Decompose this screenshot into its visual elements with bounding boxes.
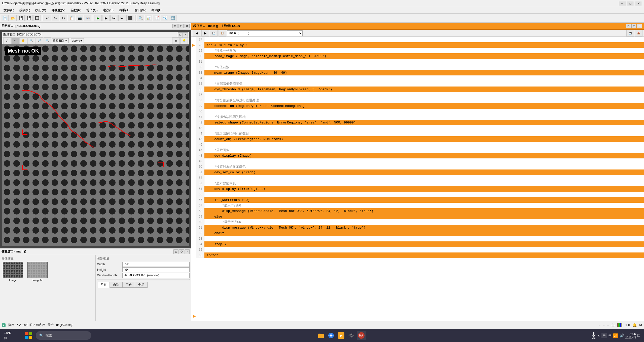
vars-undock[interactable]: ⊡ xyxy=(173,249,178,254)
toolbar-unk1[interactable]: 🔲 xyxy=(33,15,41,21)
window-controls: ─ □ ✕ xyxy=(619,1,642,6)
menu-help[interactable]: 帮助(H) xyxy=(149,8,165,13)
menu-operators[interactable]: 算子(Q) xyxy=(84,8,100,13)
tab-all[interactable]: 所有 xyxy=(97,282,110,288)
toolbar-cut[interactable]: ✂ xyxy=(60,15,67,21)
toolbar-back[interactable]: ⏮ xyxy=(118,15,126,21)
taskbar-ha-app[interactable]: HA xyxy=(357,331,366,340)
toolbar-undo[interactable]: ↩ xyxy=(44,15,51,21)
toolbar-chart3[interactable]: 📉 xyxy=(161,15,168,21)
layers-icon[interactable]: ⊞ xyxy=(172,37,180,44)
tab-user[interactable]: 用户 xyxy=(122,282,135,288)
lang-indicator-1[interactable]: 中 xyxy=(601,333,607,338)
line-arrow-36 xyxy=(191,87,196,92)
toolbar-save2[interactable]: 💾 xyxy=(25,15,33,21)
menu-visualize[interactable]: 可视化(V) xyxy=(49,8,68,13)
close-panel-icon[interactable]: ✕ xyxy=(185,24,190,28)
var-image-1[interactable]: Image xyxy=(2,262,24,282)
var-image-2[interactable]: ImageM xyxy=(26,262,49,282)
code-save-right[interactable]: 💾 xyxy=(626,30,634,36)
toolbar-copy[interactable]: 📋 xyxy=(68,15,75,21)
tray-expand[interactable]: ∧ xyxy=(598,334,600,337)
toolbar-save[interactable]: 💾 xyxy=(17,15,25,21)
taskbar-settings[interactable] xyxy=(347,331,356,340)
line-arrow-33 xyxy=(191,70,196,75)
search-box[interactable]: 🔍 搜索 xyxy=(36,331,91,340)
volume-icon[interactable]: 🔊 xyxy=(620,333,624,337)
ctrl-width-input[interactable] xyxy=(122,262,190,267)
menu-functions[interactable]: 函数(P) xyxy=(68,8,84,13)
inner-close-icon[interactable]: ✕ xyxy=(183,32,188,37)
toolbar-step[interactable]: ⏭ xyxy=(110,15,118,21)
network-icon[interactable]: 📶 xyxy=(613,333,618,338)
tab-auto[interactable]: 自动 xyxy=(110,282,122,288)
light-icon[interactable]: 💡 xyxy=(180,37,188,44)
toolbar-camera[interactable]: 📷 xyxy=(76,15,83,21)
menu-execute[interactable]: 执行(X) xyxy=(33,8,49,13)
code-line-37: 37 xyxy=(191,92,644,98)
zoom-select[interactable]: 100 % ▼ xyxy=(71,38,84,43)
menu-window[interactable]: 窗口(W) xyxy=(132,8,149,13)
tab-global[interactable]: 全局 xyxy=(135,282,148,288)
code-save-btn[interactable]: 💾 xyxy=(210,30,218,36)
code-undock[interactable]: ⊡ xyxy=(626,24,631,28)
undock-icon[interactable]: ⊡ xyxy=(172,24,177,28)
toolbar-chart[interactable]: 📊 xyxy=(145,15,152,21)
mic-button[interactable]: Mic xyxy=(591,332,596,339)
inner-zoomin-icon[interactable]: 🔎 xyxy=(35,37,43,44)
fit-window-btn[interactable]: 适应窗口 ▼ xyxy=(52,38,69,43)
toolbar-new[interactable]: 📄 xyxy=(1,15,9,21)
float-icon[interactable]: ⬡ xyxy=(178,24,184,28)
menu-assistant[interactable]: 助手(A) xyxy=(116,8,132,13)
vars-close[interactable]: ✕ xyxy=(185,249,190,254)
toolbar-glasses[interactable]: 👓 xyxy=(84,15,91,21)
status-main: – xyxy=(603,323,605,327)
inner-pan-icon[interactable]: ✋ xyxy=(19,37,27,44)
maximize-button[interactable]: □ xyxy=(627,1,634,6)
code-unk-btn[interactable]: 📋 xyxy=(219,30,226,36)
file-manager-icon xyxy=(318,332,324,339)
inner-pointer-icon[interactable]: 🖊 xyxy=(3,37,11,44)
inner-window-title: 图形窗口: [H2B4EC6CE070] xyxy=(3,32,178,37)
lang-indicator-2[interactable]: 中 xyxy=(609,333,612,338)
code-close[interactable]: ✕ xyxy=(637,24,642,28)
code-float[interactable]: ⬡ xyxy=(631,24,636,28)
taskbar-store[interactable]: ▶ xyxy=(337,331,346,340)
code-scroll-container[interactable]: 27 ▶ 28 for J := 1 to 14 by 1 29 *读取一张图像 xyxy=(191,37,644,321)
menu-file[interactable]: 文件(F) xyxy=(1,8,17,13)
vars-float[interactable]: ⬡ xyxy=(179,249,184,254)
toolbar-chart2[interactable]: 📈 xyxy=(153,15,160,21)
toolbar-redo[interactable]: ↪ xyxy=(52,15,59,21)
ctrl-whandle-input[interactable] xyxy=(122,273,190,278)
inner-select-icon[interactable]: ↖ xyxy=(11,37,19,44)
svg-rect-11 xyxy=(29,336,32,339)
menu-bar: 文件(F) 编辑(E) 执行(X) 可视化(V) 函数(P) 算子(Q) 建议(… xyxy=(0,7,644,14)
function-dropdown[interactable]: main（：：：） xyxy=(227,30,303,36)
toolbar-run[interactable]: ▶ xyxy=(94,15,102,21)
code-line-49: 49 xyxy=(191,158,644,164)
toolbar-run2[interactable]: ▶ xyxy=(102,15,110,21)
toolbar-search[interactable]: 🔍 xyxy=(137,15,144,21)
inner-undock-icon[interactable]: ⊡ xyxy=(178,32,183,37)
start-button[interactable] xyxy=(23,331,34,340)
clock-area[interactable]: 0:56 2023/4/4 xyxy=(625,332,636,339)
toolbar-open[interactable]: 📂 xyxy=(9,15,17,21)
taskbar-file-manager[interactable] xyxy=(316,331,326,340)
menu-edit[interactable]: 编辑(E) xyxy=(17,8,33,13)
inner-zoom-icon[interactable]: 🔍 xyxy=(27,37,35,44)
close-button[interactable]: ✕ xyxy=(635,1,642,6)
windows-logo-icon xyxy=(25,332,32,339)
menu-suggest[interactable]: 建议(S) xyxy=(100,8,116,13)
taskbar-browser[interactable] xyxy=(327,331,336,340)
toolbar-text[interactable]: 🔤 xyxy=(169,15,176,21)
notification-button[interactable]: □ xyxy=(637,333,640,338)
code-nav-fwd[interactable]: ▶ xyxy=(201,30,209,36)
inner-zoomout-icon[interactable]: 🔍 xyxy=(44,37,51,44)
code-export[interactable]: 📤 xyxy=(635,30,642,36)
vars-scrollbar[interactable] xyxy=(97,279,190,280)
mv-logo: M xyxy=(639,323,642,327)
ctrl-height-input[interactable] xyxy=(122,267,190,272)
toolbar-stop[interactable]: ⬛ xyxy=(126,15,134,21)
code-nav-back[interactable]: ◀ xyxy=(193,30,200,36)
minimize-button[interactable]: ─ xyxy=(619,1,626,6)
